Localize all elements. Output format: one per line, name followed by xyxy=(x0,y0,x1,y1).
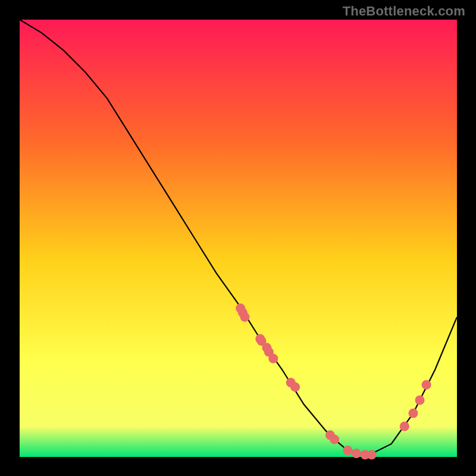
marker-dot xyxy=(330,435,339,444)
marker-dot xyxy=(400,422,409,431)
marker-dot xyxy=(422,380,431,390)
marker-dot xyxy=(352,449,361,458)
bottleneck-chart xyxy=(0,0,476,476)
marker-dot xyxy=(290,382,300,392)
marker-dot xyxy=(343,446,352,455)
marker-dot xyxy=(268,354,278,364)
marker-dot xyxy=(409,409,418,418)
marker-dot xyxy=(367,450,377,459)
marker-dot xyxy=(415,396,425,405)
watermark-text: TheBottleneck.com xyxy=(343,4,465,19)
chart-frame: { "watermark": "TheBottleneck.com", "col… xyxy=(0,0,476,476)
marker-dot xyxy=(240,312,250,322)
plot-background xyxy=(20,20,457,457)
